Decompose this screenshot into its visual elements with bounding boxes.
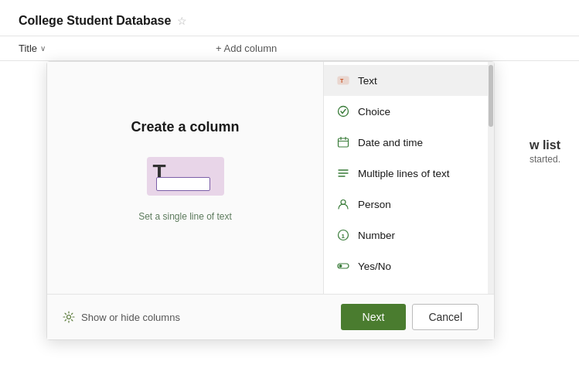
main-content: w list started. Create a column T S [0, 61, 579, 73]
column-type-list: T Text [324, 62, 494, 285]
column-type-text-label: Text [358, 75, 377, 87]
svg-text:1: 1 [342, 233, 346, 240]
column-type-number-label: Number [358, 230, 395, 241]
table-header: Title ∨ + Add column [0, 36, 579, 61]
show-hide-label: Show or hide columns [81, 312, 180, 323]
column-type-datetime-label: Date and time [358, 137, 423, 148]
column-type-yesno-label: Yes/No [358, 261, 391, 272]
column-type-number[interactable]: 1 Number [324, 220, 494, 251]
star-icon[interactable]: ☆ [177, 15, 187, 27]
page-title: College Student Database [19, 14, 171, 28]
scroll-thumb[interactable] [489, 65, 493, 127]
column-type-yesno[interactable]: Yes/No [324, 251, 494, 281]
footer-buttons: Next Cancel [341, 304, 479, 330]
bg-list-subtitle: started. [530, 154, 560, 165]
bg-list-title: w list [530, 138, 560, 152]
svg-rect-3 [339, 138, 349, 147]
preview-icon-area: T [147, 157, 224, 196]
modal-footer: Show or hide columns Next Cancel [47, 294, 494, 339]
show-hide-columns-button[interactable]: Show or hide columns [63, 311, 180, 323]
header: College Student Database ☆ [0, 0, 579, 36]
scroll-track[interactable] [488, 62, 494, 294]
app-container: College Student Database ☆ Title ∨ + Add… [0, 0, 579, 392]
column-type-choice-label: Choice [358, 106, 390, 118]
svg-point-2 [339, 107, 349, 117]
add-column-button[interactable]: + Add column [216, 43, 277, 54]
create-column-title: Create a column [131, 119, 239, 135]
number-type-icon: 1 [336, 228, 350, 242]
settings-icon [63, 311, 75, 323]
svg-point-14 [339, 264, 342, 268]
multiline-type-icon [336, 166, 350, 180]
column-type-choice[interactable]: Choice [324, 96, 494, 127]
column-type-datetime[interactable]: Date and time [324, 127, 494, 158]
column-type-person[interactable]: Person [324, 189, 494, 220]
yesno-type-icon [336, 259, 350, 273]
preview-input-line [156, 177, 210, 191]
svg-text:T: T [340, 78, 344, 84]
person-type-icon [336, 197, 350, 211]
column-type-multiline[interactable]: Multiple lines of text [324, 158, 494, 189]
svg-point-15 [67, 315, 71, 319]
preview-background: T [147, 157, 224, 196]
title-column-header[interactable]: Title ∨ [19, 43, 46, 54]
next-button[interactable]: Next [341, 304, 407, 330]
column-type-multiline-label: Multiple lines of text [358, 168, 450, 179]
column-preview: T Set a single line of text [138, 157, 232, 222]
create-column-preview: Create a column T Set a single line of t… [47, 62, 324, 294]
cancel-button[interactable]: Cancel [412, 304, 479, 330]
column-type-text[interactable]: T Text [324, 65, 494, 96]
preview-description: Set a single line of text [138, 211, 232, 222]
chevron-down-icon: ∨ [40, 44, 46, 53]
datetime-type-icon [336, 135, 350, 149]
column-type-panel: T Text [324, 62, 494, 294]
choice-type-icon [336, 104, 350, 118]
modal-body: Create a column T Set a single line of t… [47, 62, 494, 294]
text-type-icon: T [336, 73, 350, 87]
create-column-modal: Create a column T Set a single line of t… [46, 61, 495, 340]
title-column-label: Title [19, 43, 37, 54]
column-type-person-label: Person [358, 199, 391, 210]
